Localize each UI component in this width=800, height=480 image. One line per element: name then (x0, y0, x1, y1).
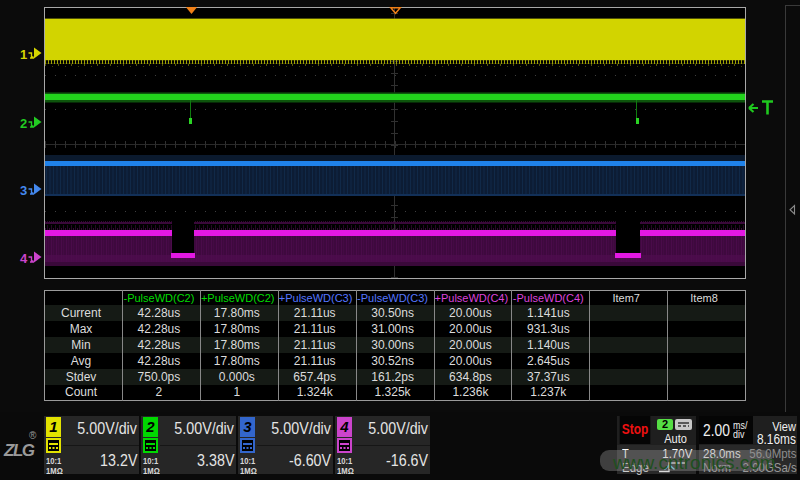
svg-text:3: 3 (20, 183, 27, 198)
svg-text:ZLG: ZLG (3, 441, 35, 460)
svg-text:®: ® (29, 430, 37, 441)
svg-text:4: 4 (20, 251, 28, 266)
svg-text:1: 1 (20, 47, 27, 62)
svg-text:2: 2 (20, 116, 27, 131)
